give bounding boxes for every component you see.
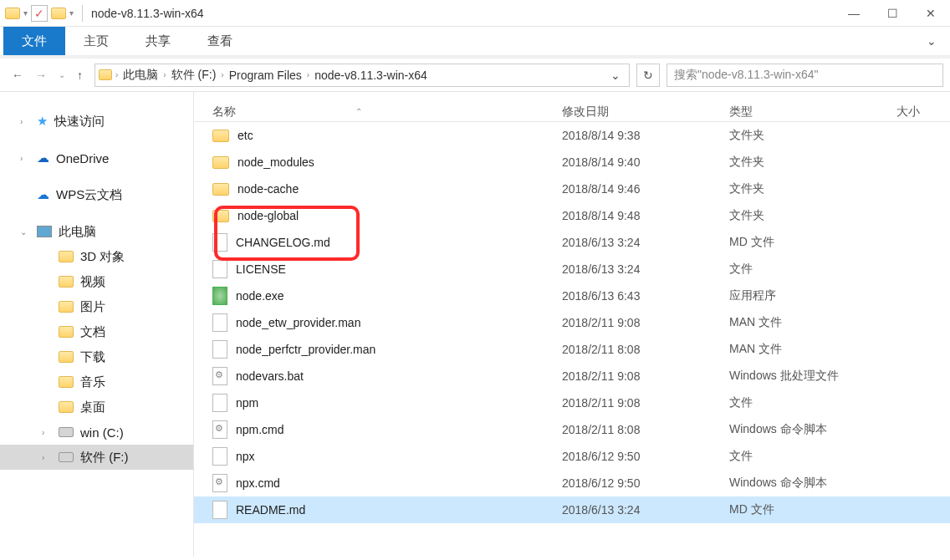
column-type[interactable]: 类型 [729, 104, 896, 120]
file-type: MD 文件 [729, 235, 896, 250]
file-row[interactable]: README.md2018/6/13 3:24MD 文件 [194, 496, 950, 523]
sidebar-item-label: win (C:) [80, 425, 124, 440]
file-row[interactable]: npx.cmd2018/6/12 9:50Windows 命令脚本 [194, 470, 950, 496]
sidebar-item-label: 视频 [80, 274, 105, 290]
file-row[interactable]: node_etw_provider.man2018/2/11 9:08MAN 文… [194, 309, 950, 336]
file-row[interactable]: node-cache2018/8/14 9:46文件夹 [194, 176, 950, 202]
sidebar-quick-access[interactable]: ›★快速访问 [0, 109, 193, 134]
folder-icon [212, 210, 229, 222]
bat-icon [212, 367, 227, 385]
breadcrumb-item[interactable]: 此电脑 [118, 68, 163, 83]
file-row[interactable]: node_perfctr_provider.man2018/2/11 8:08M… [194, 336, 950, 363]
sidebar-item[interactable]: 视频 [0, 269, 193, 294]
address-bar[interactable]: › 此电脑 › 软件 (F:) › Program Files › node-v… [94, 64, 630, 87]
nav-up-button[interactable]: ↑ [77, 69, 83, 82]
file-row[interactable]: etc2018/8/14 9:38文件夹 [194, 122, 950, 149]
file-icon [212, 340, 227, 359]
file-type: 应用程序 [729, 288, 896, 303]
ribbon-expand-icon[interactable]: ⌄ [913, 27, 950, 55]
file-date: 2018/2/11 9:08 [562, 369, 729, 383]
sidebar-item[interactable]: 文档 [0, 319, 193, 344]
sidebar-item[interactable]: ›软件 (F:) [0, 445, 193, 470]
file-date: 2018/2/11 8:08 [562, 343, 729, 356]
file-type: 文件 [729, 395, 896, 410]
file-name: node_etw_provider.man [236, 316, 360, 329]
qat-new-folder-button[interactable] [51, 8, 66, 19]
file-row[interactable]: node_modules2018/8/14 9:40文件夹 [194, 149, 950, 176]
file-row[interactable]: CHANGELOG.md2018/6/13 3:24MD 文件 [194, 229, 950, 256]
qat-dropdown-icon[interactable]: ▾ [23, 8, 28, 18]
nav-forward-button[interactable]: → [35, 69, 47, 82]
folder-icon [59, 301, 74, 313]
qat-properties-button[interactable]: ✓ [31, 5, 48, 22]
breadcrumb-item[interactable]: 软件 (F:) [166, 68, 222, 83]
sort-indicator-icon: ⌃ [353, 107, 365, 116]
folder-icon [212, 183, 229, 196]
star-icon: ★ [37, 114, 48, 129]
folder-icon [212, 130, 229, 142]
ribbon-file-tab[interactable]: 文件 [3, 27, 65, 55]
file-date: 2018/6/12 9:50 [562, 476, 729, 490]
file-type: MD 文件 [729, 502, 896, 517]
ribbon-share-tab[interactable]: 共享 [127, 27, 189, 55]
file-type: 文件夹 [729, 208, 896, 223]
column-name[interactable]: 名称⌃ [194, 104, 562, 120]
file-name: npx [236, 450, 255, 463]
breadcrumb-item[interactable]: Program Files [224, 69, 307, 82]
sidebar-item[interactable]: 桌面 [0, 395, 193, 420]
file-date: 2018/8/14 9:38 [562, 129, 729, 142]
address-folder-icon [99, 69, 112, 80]
file-date: 2018/2/11 9:08 [562, 396, 729, 410]
sidebar-item[interactable]: 3D 对象 [0, 244, 193, 269]
search-input[interactable]: 搜索"node-v8.11.3-win-x64" [667, 64, 943, 87]
sidebar-label: OneDrive [56, 151, 109, 165]
minimize-button[interactable]: — [835, 0, 873, 27]
sidebar-wps[interactable]: ☁WPS云文档 [0, 182, 193, 207]
cmd-icon [212, 474, 227, 492]
file-row[interactable]: npm2018/2/11 9:08文件 [194, 389, 950, 416]
ribbon-home-tab[interactable]: 主页 [65, 27, 127, 55]
breadcrumb-item[interactable]: node-v8.11.3-win-x64 [309, 69, 432, 82]
nav-history-dropdown[interactable]: ⌄ [59, 70, 65, 79]
close-button[interactable]: ✕ [912, 0, 950, 27]
file-icon [212, 233, 227, 252]
sidebar-item[interactable]: 下载 [0, 344, 193, 369]
nav-back-button[interactable]: ← [12, 69, 23, 82]
ribbon-view-tab[interactable]: 查看 [189, 27, 251, 55]
file-row[interactable]: npx2018/6/12 9:50文件 [194, 443, 950, 470]
file-date: 2018/8/14 9:48 [562, 209, 729, 222]
search-placeholder: 搜索"node-v8.11.3-win-x64" [674, 68, 819, 83]
folder-icon [59, 351, 74, 363]
column-modified[interactable]: 修改日期 [562, 104, 729, 120]
sidebar-item[interactable]: 音乐 [0, 369, 193, 395]
column-size[interactable]: 大小 [896, 104, 947, 120]
file-row[interactable]: LICENSE2018/6/13 3:24文件 [194, 256, 950, 283]
file-name: README.md [236, 503, 305, 517]
address-row: ← → ⌄ ↑ › 此电脑 › 软件 (F:) › Program Files … [0, 59, 950, 92]
file-date: 2018/2/11 9:08 [562, 316, 729, 329]
sidebar-item-label: 3D 对象 [80, 249, 125, 265]
sidebar-item-label: 桌面 [80, 400, 105, 415]
file-name: node_perfctr_provider.man [236, 343, 375, 356]
file-name: etc [238, 129, 253, 142]
address-dropdown-icon[interactable]: ⌄ [605, 69, 626, 82]
file-type: 文件夹 [729, 155, 896, 170]
file-name: node.exe [236, 289, 284, 303]
sidebar-this-pc[interactable]: ⌄此电脑 [0, 219, 193, 244]
maximize-button[interactable]: ☐ [873, 0, 912, 27]
file-name: node_modules [238, 155, 314, 169]
file-name: nodevars.bat [236, 369, 304, 383]
folder-icon [59, 401, 74, 413]
file-row[interactable]: npm.cmd2018/2/11 8:08Windows 命令脚本 [194, 416, 950, 443]
refresh-button[interactable]: ↻ [636, 64, 660, 87]
sidebar-label: WPS云文档 [56, 187, 122, 203]
sidebar-item[interactable]: 图片 [0, 294, 193, 319]
navigation-pane: ›★快速访问 ›☁OneDrive ☁WPS云文档 ⌄此电脑 3D 对象视频图片… [0, 92, 194, 557]
folder-icon [59, 276, 74, 288]
sidebar-item[interactable]: ›win (C:) [0, 420, 193, 445]
sidebar-onedrive[interactable]: ›☁OneDrive [0, 145, 193, 171]
file-row[interactable]: node-global2018/8/14 9:48文件夹 [194, 202, 950, 229]
qat-overflow-icon[interactable]: ▾ [69, 8, 74, 18]
file-row[interactable]: node.exe2018/6/13 6:43应用程序 [194, 283, 950, 309]
file-row[interactable]: nodevars.bat2018/2/11 9:08Windows 批处理文件 [194, 363, 950, 389]
